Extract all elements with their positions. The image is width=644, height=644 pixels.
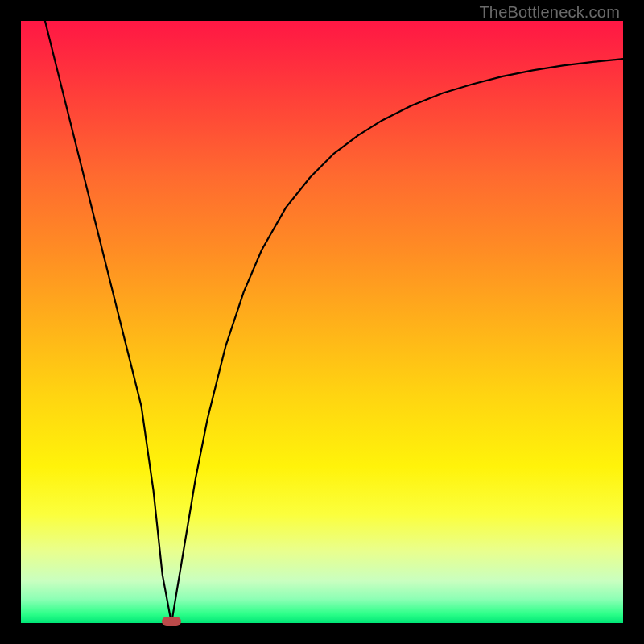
- bottleneck-curve: [45, 21, 623, 623]
- watermark-text: TheBottleneck.com: [479, 3, 620, 22]
- chart-frame: TheBottleneck.com: [0, 0, 644, 644]
- optimum-marker: [162, 617, 181, 626]
- curve-layer: [21, 21, 623, 623]
- plot-area: [21, 21, 623, 623]
